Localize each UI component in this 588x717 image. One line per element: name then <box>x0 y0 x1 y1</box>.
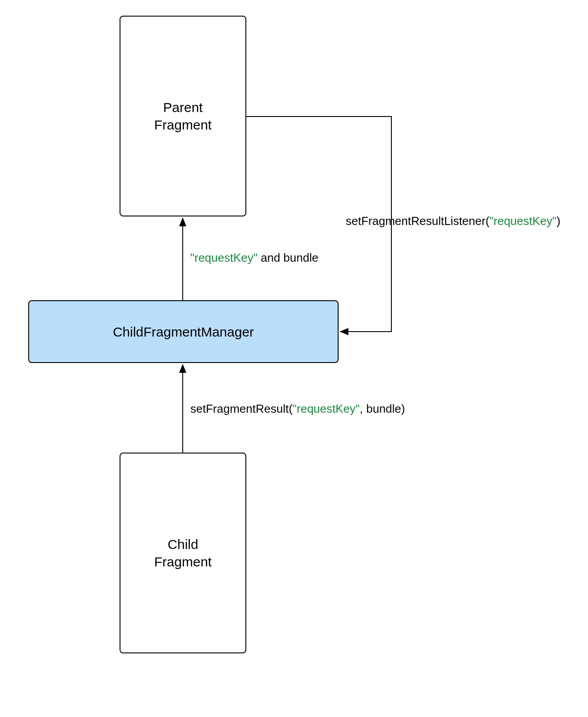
svg-marker-4 <box>179 364 186 373</box>
label-set-result-suffix: , bundle) <box>360 402 405 415</box>
label-set-result: setFragmentResult("requestKey", bundle) <box>190 402 405 416</box>
label-set-result-key: "requestKey" <box>292 402 360 415</box>
label-set-result-prefix: setFragmentResult( <box>190 402 292 415</box>
arrow-child-to-manager <box>0 0 588 717</box>
